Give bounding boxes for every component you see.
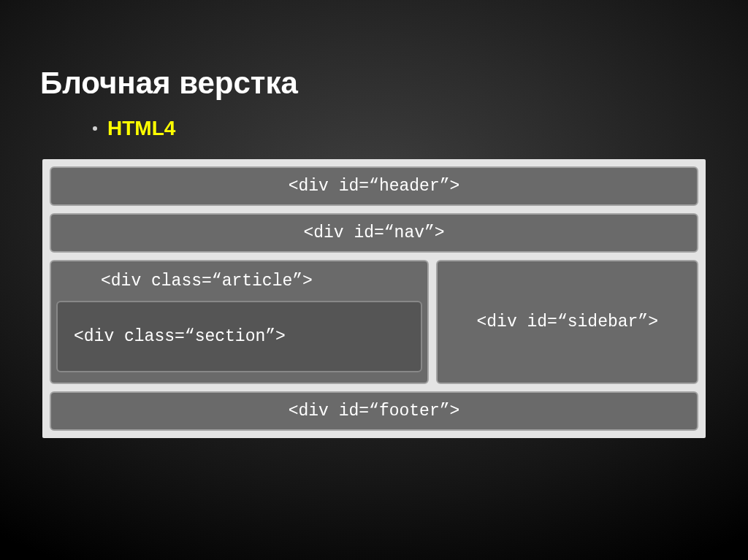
diagram-nav-block: <div id=“nav”> (50, 213, 698, 253)
slide-container: Блочная верстка HTML4 <div id=“header”> … (0, 0, 748, 467)
bullet-item: HTML4 (93, 117, 708, 140)
diagram-section-label: <div class=“section”> (65, 327, 286, 346)
diagram-header-label: <div id=“header”> (289, 177, 460, 196)
diagram-article-label: <div class=“article”> (58, 272, 420, 291)
diagram-sidebar-label: <div id=“sidebar”> (477, 312, 658, 331)
diagram-sidebar-block: <div id=“sidebar”> (436, 260, 698, 384)
diagram-nav-label: <div id=“nav”> (303, 223, 444, 242)
diagram-footer-block: <div id=“footer”> (50, 391, 698, 431)
diagram-section-block: <div class=“section”> (56, 301, 422, 372)
slide-title: Блочная верстка (40, 66, 708, 101)
diagram-footer-label: <div id=“footer”> (289, 402, 460, 421)
bullet-dot-icon (93, 126, 97, 131)
bullet-list: HTML4 (93, 117, 708, 140)
diagram-header-block: <div id=“header”> (50, 166, 698, 206)
bullet-text: HTML4 (107, 117, 175, 140)
diagram-article-block: <div class=“article”> <div class=“sectio… (50, 260, 429, 384)
layout-diagram: <div id=“header”> <div id=“nav”> <div cl… (42, 159, 706, 438)
diagram-middle-row: <div class=“article”> <div class=“sectio… (50, 260, 698, 384)
